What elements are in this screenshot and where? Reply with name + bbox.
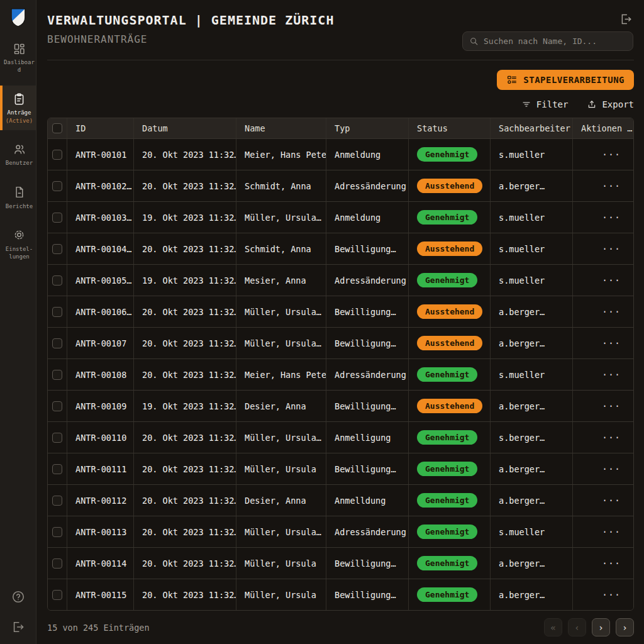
cell-id: ANTR-00106… bbox=[67, 296, 133, 327]
cell-name: Müller, Ursula… bbox=[236, 422, 326, 453]
status-badge: Genehmigt bbox=[417, 430, 477, 445]
pagination: «‹›› bbox=[544, 618, 634, 636]
logout-icon[interactable] bbox=[11, 620, 25, 634]
row-checkbox[interactable] bbox=[52, 558, 62, 569]
row-actions-button[interactable]: ··· bbox=[572, 328, 633, 358]
row-select-cell bbox=[48, 265, 67, 296]
table-row: ANTR-00104… 20. Okt 2023 11:32… Schmidt,… bbox=[48, 233, 633, 264]
row-actions-button[interactable]: ··· bbox=[572, 422, 633, 453]
row-actions-button[interactable]: ··· bbox=[572, 170, 633, 201]
logout-icon[interactable] bbox=[619, 13, 633, 28]
row-actions-button[interactable]: ··· bbox=[572, 391, 633, 421]
row-select-cell bbox=[48, 485, 67, 516]
cell-sachbearbeiter: a.berger… bbox=[490, 453, 572, 484]
cell-typ: Anmelldung bbox=[326, 485, 408, 516]
sidebar-item-einstellungen[interactable]: Einstel-lungen bbox=[0, 222, 36, 267]
row-select-cell bbox=[48, 579, 67, 610]
row-checkbox[interactable] bbox=[52, 590, 62, 600]
row-checkbox[interactable] bbox=[52, 181, 62, 191]
sidebar-item-benutzer[interactable]: Benutzer bbox=[0, 136, 36, 173]
row-checkbox[interactable] bbox=[52, 307, 62, 317]
cell-name: Mesier, Anna bbox=[236, 265, 326, 296]
col-header-datum: Datum bbox=[133, 118, 236, 138]
help-icon[interactable] bbox=[11, 590, 25, 604]
sidebar-item-antrge[interactable]: Anträge (Active) bbox=[0, 86, 36, 130]
row-actions-button[interactable]: ··· bbox=[572, 233, 633, 264]
cell-datum: 19. Okt 2023 11:32… bbox=[133, 391, 236, 421]
cell-name: Müller, Ursula bbox=[236, 579, 326, 610]
cell-id: ANTR-00110 bbox=[67, 422, 133, 453]
row-checkbox[interactable] bbox=[52, 244, 62, 254]
cell-sachbearbeiter: a.berger… bbox=[490, 296, 572, 327]
col-header-status: Status bbox=[408, 118, 490, 138]
export-label: Export bbox=[602, 99, 634, 109]
batch-processing-button[interactable]: STAPELVERARBEITUNG bbox=[497, 70, 634, 90]
cell-datum: 20. Okt 2023 11:32… bbox=[133, 328, 236, 358]
next-page-button[interactable]: › bbox=[592, 618, 610, 636]
cell-typ: Adressänderung bbox=[326, 265, 408, 296]
row-checkbox[interactable] bbox=[52, 464, 62, 474]
export-button[interactable]: Export bbox=[587, 99, 634, 109]
prev-page-button[interactable]: ‹ bbox=[568, 618, 586, 636]
filter-button[interactable]: Filter bbox=[521, 99, 569, 109]
row-checkbox[interactable] bbox=[52, 527, 62, 537]
cell-id: ANTR-00114 bbox=[67, 548, 133, 579]
row-checkbox[interactable] bbox=[52, 401, 62, 411]
batch-row: STAPELVERARBEITUNG bbox=[47, 70, 634, 90]
first-page-button[interactable]: « bbox=[544, 618, 562, 636]
cell-datum: 20. Okt 2023 11:32… bbox=[133, 359, 236, 390]
row-checkbox[interactable] bbox=[52, 496, 62, 506]
row-actions-button[interactable]: ··· bbox=[572, 202, 633, 233]
last-page-button[interactable]: › bbox=[616, 618, 634, 636]
filter-icon bbox=[521, 99, 531, 109]
cell-status: Ausstehend bbox=[408, 328, 490, 358]
row-actions-button[interactable]: ··· bbox=[572, 359, 633, 390]
row-checkbox[interactable] bbox=[52, 433, 62, 443]
row-actions-button[interactable]: ··· bbox=[572, 453, 633, 484]
col-header-id: ID bbox=[67, 118, 133, 138]
table-row: ANTR-00112 20. Okt 2023 11:32… Desier, A… bbox=[48, 484, 633, 516]
row-actions-button[interactable]: ··· bbox=[572, 516, 633, 547]
row-actions-button[interactable]: ··· bbox=[572, 139, 633, 170]
table-row: ANTR-00109 19. Okt 2023 11:32… Desier, A… bbox=[48, 390, 633, 421]
cell-status: Genehmigt bbox=[408, 139, 490, 170]
cell-sachbearbeiter: a.berger… bbox=[490, 579, 572, 610]
sidebar: Dasliboard Anträge (Active) Benutzer Ber… bbox=[0, 0, 36, 644]
sidebar-item-berichte[interactable]: Berichte bbox=[0, 179, 36, 216]
cell-typ: Adressänderung bbox=[326, 359, 408, 390]
sidebar-item-icon bbox=[13, 228, 26, 242]
row-actions-button[interactable]: ··· bbox=[572, 548, 633, 579]
row-checkbox[interactable] bbox=[52, 213, 62, 223]
sidebar-item-sublabel: (Active) bbox=[6, 118, 33, 124]
row-actions-button[interactable]: ··· bbox=[572, 265, 633, 296]
cell-datum: 20. Okt 2023 11:32… bbox=[133, 233, 236, 264]
batch-icon bbox=[506, 74, 518, 86]
row-select-cell bbox=[48, 139, 67, 170]
row-select-cell bbox=[48, 516, 67, 547]
cell-status: Genehmigt bbox=[408, 422, 490, 453]
cell-sachbearbeiter: a.berger… bbox=[490, 391, 572, 421]
row-actions-button[interactable]: ··· bbox=[572, 485, 633, 516]
cell-id: ANTR-00112 bbox=[67, 485, 133, 516]
cell-status: Ausstehend bbox=[408, 233, 490, 264]
cell-datum: 19. Okt 2023 11:32… bbox=[133, 265, 236, 296]
table-footer: 15 von 245 Einträgen «‹›› bbox=[47, 618, 634, 636]
row-checkbox[interactable] bbox=[52, 338, 62, 348]
col-header-aktionen: Aktionen … bbox=[572, 118, 633, 138]
row-actions-button[interactable]: ··· bbox=[572, 579, 633, 610]
select-all-checkbox[interactable] bbox=[52, 123, 62, 133]
row-actions-button[interactable]: ··· bbox=[572, 296, 633, 327]
row-checkbox[interactable] bbox=[52, 370, 62, 380]
cell-datum: 20. Okt 2023 11:32… bbox=[133, 453, 236, 484]
row-checkbox[interactable] bbox=[52, 150, 62, 160]
table-row: ANTR-00113 20. Okt 2023 11:32… Müller, U… bbox=[48, 516, 633, 547]
status-badge: Genehmigt bbox=[417, 462, 477, 476]
cell-sachbearbeiter: a.berger… bbox=[490, 548, 572, 579]
search-input[interactable] bbox=[484, 36, 626, 46]
sidebar-item-dasliboard[interactable]: Dasliboard bbox=[0, 35, 36, 80]
row-select-cell bbox=[48, 391, 67, 421]
row-checkbox[interactable] bbox=[52, 275, 62, 286]
cell-sachbearbeiter: a.berger… bbox=[490, 170, 572, 201]
cell-name: Schmidt, Anna bbox=[236, 170, 326, 201]
cell-status: Ausstehend bbox=[408, 170, 490, 201]
